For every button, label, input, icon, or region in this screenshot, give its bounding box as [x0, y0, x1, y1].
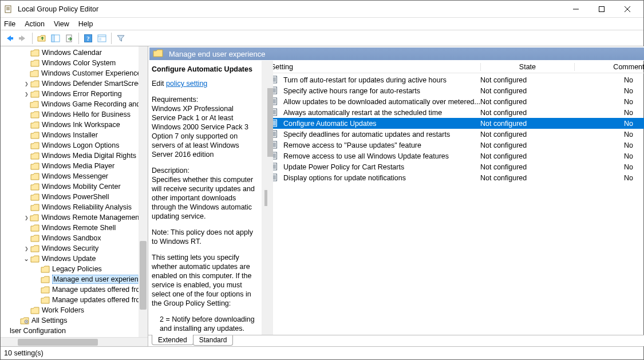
tree-item[interactable]: Legacy Policies [1, 264, 148, 274]
settings-header[interactable]: Setting State Comment [267, 61, 644, 73]
folder-icon [41, 296, 50, 304]
svg-rect-9 [19, 37, 22, 39]
tree-item[interactable]: Windows Logon Options [1, 140, 148, 151]
list-row[interactable]: Display options for update notifications… [267, 172, 644, 183]
tree-hscrollbar[interactable] [1, 337, 148, 346]
help-icon[interactable]: ? [82, 32, 94, 45]
tree-item[interactable]: ❯Windows Security [1, 243, 148, 254]
folder-icon [30, 306, 39, 314]
tree-item[interactable]: ❯Windows Defender SmartScreen [1, 78, 148, 89]
row-comment: No [574, 98, 644, 106]
settings-list: Setting State Comment Turn off auto-rest… [267, 61, 644, 335]
tree-item[interactable]: Windows Media Digital Rights Mar [1, 151, 148, 161]
tree-item-label: Manage updates offered from [52, 296, 146, 304]
tree-item[interactable]: ❯Windows Remote Management (W [1, 212, 148, 223]
close-button[interactable] [614, 1, 640, 17]
tree-item[interactable]: Windows Game Recording and Bro [1, 99, 148, 109]
list-row[interactable]: Configure Automatic UpdatesNot configure… [267, 118, 644, 129]
tree-item[interactable]: Work Folders [1, 305, 148, 315]
tree-item[interactable]: Windows Color System [1, 58, 148, 68]
requirements-body: Windows XP Professional Service Pack 1 o… [152, 105, 248, 159]
col-setting[interactable]: Setting [271, 63, 480, 71]
row-setting: Update Power Policy for Cart Restarts [283, 163, 480, 171]
description-option-2: 2 = Notify before downloading and instal… [152, 315, 258, 333]
tree-item[interactable]: ❯Windows Error Reporting [1, 89, 148, 99]
chevron-right-icon[interactable]: ❯ [23, 246, 29, 251]
statusbar: 10 setting(s) [1, 347, 643, 359]
menu-action[interactable]: Action [25, 20, 45, 28]
row-state: Not configured [480, 98, 574, 106]
tree-item[interactable]: Windows Mobility Center [1, 181, 148, 192]
tree-item[interactable]: Windows Customer Experience Imp [1, 68, 148, 78]
tree-item[interactable]: Windows Hello for Business [1, 109, 148, 120]
tree-item[interactable]: Manage updates offered from [1, 284, 148, 295]
minimize-button[interactable] [563, 1, 588, 17]
chevron-right-icon[interactable]: ❯ [23, 81, 29, 86]
tree-item-label: Manage updates offered from [52, 286, 146, 294]
list-row[interactable]: Always automatically restart at the sche… [267, 107, 644, 118]
tree-item[interactable]: Windows Remote Shell [1, 223, 148, 233]
tree-pane: Windows CalendarWindows Color SystemWind… [1, 46, 148, 346]
tree-item[interactable]: Windows Media Player [1, 161, 148, 171]
chevron-right-icon[interactable]: ❯ [23, 215, 29, 220]
row-comment: No [574, 163, 644, 171]
edit-label: Edit [152, 80, 164, 88]
tree-item[interactable]: Manage updates offered from [1, 295, 148, 305]
tree-item[interactable]: ⌄Windows Update [1, 254, 148, 264]
folder-icon [41, 265, 50, 273]
tree-item[interactable]: Windows Calendar [1, 48, 148, 58]
tree-item[interactable]: Windows Sandbox [1, 233, 148, 243]
tree-item[interactable]: Windows PowerShell [1, 192, 148, 202]
tree-item-label: lser Configuration [10, 327, 66, 335]
menu-file[interactable]: File [4, 20, 15, 28]
show-tree-icon[interactable] [49, 32, 62, 45]
list-row[interactable]: Specify active hours range for auto-rest… [267, 85, 644, 96]
col-comment[interactable]: Comment [574, 63, 644, 71]
tab-standard[interactable]: Standard [193, 335, 234, 346]
list-row[interactable]: Turn off auto-restart for updates during… [267, 74, 644, 85]
policy-tree[interactable]: Windows CalendarWindows Color SystemWind… [1, 48, 148, 336]
folder-icon [30, 152, 39, 160]
menu-view[interactable]: View [54, 20, 69, 28]
row-setting: Always automatically restart at the sche… [283, 109, 480, 117]
row-state: Not configured [480, 174, 574, 182]
tree-item-label: Windows Remote Management (W [41, 213, 148, 221]
tree-item[interactable]: Windows Messenger [1, 171, 148, 181]
tree-item[interactable]: Windows Installer [1, 130, 148, 140]
tree-item[interactable]: All Settings [1, 315, 148, 326]
tree-item[interactable]: Windows Ink Workspace [1, 120, 148, 130]
list-row[interactable]: Remove access to use all Windows Update … [267, 151, 644, 161]
edit-policy-link[interactable]: policy setting [166, 80, 207, 88]
chevron-down-icon[interactable]: ⌄ [22, 255, 30, 263]
export-icon[interactable] [63, 32, 76, 45]
list-row[interactable]: Update Power Policy for Cart RestartsNot… [267, 161, 644, 172]
nav-forward-icon[interactable] [17, 32, 29, 45]
toolbar: ? [1, 30, 643, 46]
tree-item[interactable]: Manage end user experience [1, 274, 148, 284]
svg-rect-17 [99, 38, 101, 41]
tree-item[interactable]: Windows Reliability Analysis [1, 202, 148, 212]
folder-icon [30, 80, 39, 88]
tree-item[interactable]: lser Configuration [1, 326, 148, 336]
row-comment: No [574, 141, 644, 149]
folder-icon [30, 183, 39, 191]
folder-up-icon[interactable] [35, 32, 48, 45]
window-title: Local Group Policy Editor [18, 5, 563, 13]
tree-vscrollbar[interactable] [139, 46, 148, 337]
list-row[interactable]: Allow updates to be downloaded automatic… [267, 96, 644, 107]
filter-icon[interactable] [114, 32, 127, 45]
chevron-right-icon[interactable]: ❯ [23, 92, 29, 97]
properties-icon[interactable] [96, 32, 108, 45]
row-setting: Remove access to "Pause updates" feature [283, 141, 480, 149]
row-state: Not configured [480, 152, 574, 160]
breadcrumb-label: Manage end user experience [169, 50, 265, 58]
list-row[interactable]: Specify deadlines for automatic updates … [267, 129, 644, 140]
list-row[interactable]: Remove access to "Pause updates" feature… [267, 140, 644, 151]
maximize-button[interactable] [588, 1, 614, 17]
splitter[interactable] [262, 61, 267, 335]
tab-extended[interactable]: Extended [152, 335, 193, 345]
menu-help[interactable]: Help [78, 20, 93, 28]
svg-rect-11 [52, 35, 54, 42]
nav-back-icon[interactable] [3, 32, 15, 45]
col-state[interactable]: State [480, 63, 574, 71]
